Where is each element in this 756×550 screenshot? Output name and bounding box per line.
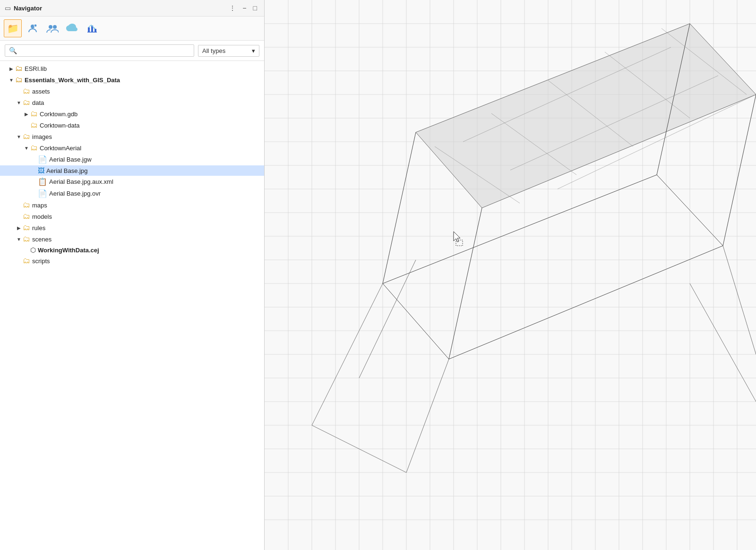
tree-item-aerial-aux-xml[interactable]: 📋 Aerial Base.jpg.aux.xml	[0, 176, 264, 188]
folder-icon: 🗂	[15, 64, 23, 73]
folder-icon: 🗂	[23, 235, 30, 243]
tree-item-esri-lib[interactable]: ▶ 🗂 ESRI.lib	[0, 63, 264, 74]
tree-toggle-data[interactable]: ▼	[15, 99, 23, 106]
tree-label-assets: assets	[32, 88, 50, 95]
tree-toggle-rules[interactable]: ▶	[15, 224, 23, 232]
tree-item-data[interactable]: ▼ 🗂 data	[0, 97, 264, 108]
file-icon: 📄	[38, 189, 47, 198]
tree-label-essentials: Essentials_Work_with_GIS_Data	[25, 77, 120, 84]
folder-icon: 🗂	[30, 144, 38, 152]
tree-label-esri-lib: ESRI.lib	[25, 65, 47, 72]
svg-text:+: +	[34, 25, 35, 27]
navigator-menu-button[interactable]: ⋮	[227, 4, 238, 12]
tree-label-aerial-jpg: Aerial Base.jpg	[46, 167, 87, 174]
tree-label-rules: rules	[32, 224, 45, 232]
toolbar-folder-button[interactable]: 📁	[4, 19, 22, 37]
folder-icon: 🗂	[23, 201, 30, 209]
search-bar: 🔍 All types ▾	[0, 41, 264, 61]
type-filter-label: All types	[202, 47, 249, 54]
scene-icon: ⬡	[30, 246, 36, 254]
tree-item-maps[interactable]: 🗂 maps	[0, 199, 264, 211]
tree-toggle-essentials[interactable]: ▼	[8, 76, 15, 84]
svg-point-3	[49, 25, 52, 29]
folder-icon: 🗂	[23, 223, 30, 232]
folder-icon: 🗂	[23, 87, 30, 95]
tree-item-corktown-gdb[interactable]: ▶ 🗂 Corktown.gdb	[0, 108, 264, 120]
toolbar-cloud-button[interactable]	[63, 19, 81, 37]
tree-toggle-images[interactable]: ▼	[15, 133, 23, 140]
type-filter-arrow: ▾	[252, 47, 255, 54]
tree-label-maps: maps	[32, 202, 47, 209]
svg-rect-5	[88, 27, 90, 32]
toolbar-user-button[interactable]: +	[24, 19, 42, 37]
navigator-header-icon: ▭	[5, 4, 11, 12]
tree-item-essentials[interactable]: ▼ 🗂 Essentials_Work_with_GIS_Data	[0, 74, 264, 86]
tree-item-aerial-ovr[interactable]: 📄 Aerial Base.jpg.ovr	[0, 188, 264, 199]
tree-label-scripts: scripts	[32, 258, 50, 265]
tree-item-aerial-jpg[interactable]: 🖼 Aerial Base.jpg	[0, 165, 264, 176]
tree-label-images: images	[32, 133, 52, 140]
navigator-maximize-button[interactable]: □	[251, 4, 259, 12]
folder-icon: 🗂	[23, 132, 30, 141]
tree-item-corktown-aerial[interactable]: ▼ 🗂 CorktownAerial	[0, 142, 264, 154]
navigator-title: Navigator	[14, 5, 224, 12]
folder-icon: 🗂	[23, 212, 30, 221]
tree-item-scenes[interactable]: ▼ 🗂 scenes	[0, 233, 264, 245]
tree-item-corktown-data[interactable]: 🗂 Corktown-data	[0, 120, 264, 131]
navigator-minimize-button[interactable]: −	[240, 4, 249, 12]
folder-icon: 🗂	[23, 257, 30, 265]
tree-item-images[interactable]: ▼ 🗂 images	[0, 131, 264, 142]
tree-label-aerial-ovr: Aerial Base.jpg.ovr	[49, 190, 101, 197]
search-icon: 🔍	[9, 47, 17, 54]
tree-label-corktown-gdb: Corktown.gdb	[40, 111, 77, 118]
toolbar-group-button[interactable]	[43, 19, 61, 37]
xml-icon: 📋	[38, 177, 47, 186]
folder-icon: 🗂	[15, 76, 23, 84]
search-input[interactable]	[20, 47, 190, 54]
tree-label-data: data	[32, 99, 44, 106]
tree-item-rules[interactable]: ▶ 🗂 rules	[0, 222, 264, 233]
type-filter-dropdown[interactable]: All types ▾	[198, 45, 259, 57]
folder-icon: 🗂	[23, 98, 30, 107]
navigator-header-controls: ⋮ − □	[227, 4, 259, 12]
tree-toggle-scenes[interactable]: ▼	[15, 235, 23, 243]
toolbar-chart-button[interactable]	[83, 19, 101, 37]
viewport[interactable]	[265, 0, 756, 550]
navigator-header: ▭ Navigator ⋮ − □	[0, 0, 264, 17]
tree-toggle-esri-lib[interactable]: ▶	[8, 65, 15, 72]
tree-item-models[interactable]: 🗂 models	[0, 211, 264, 222]
tree-label-aerial-aux-xml: Aerial Base.jpg.aux.xml	[49, 178, 113, 185]
search-input-wrapper[interactable]: 🔍	[5, 44, 194, 57]
tree-label-working-with-data: WorkingWithData.cej	[38, 247, 99, 254]
tree-label-aerial: CorktownAerial	[40, 145, 81, 152]
tree-toggle-aerial[interactable]: ▼	[23, 144, 30, 152]
navigator-toolbar: 📁 +	[0, 17, 264, 41]
svg-point-9	[94, 28, 95, 29]
tree-item-aerial-jgw[interactable]: 📄 Aerial Base.jgw	[0, 154, 264, 165]
tree-container: ▶ 🗂 ESRI.lib ▼ 🗂 Essentials_Work_with_GI…	[0, 61, 264, 550]
tree-label-aerial-jgw: Aerial Base.jgw	[49, 156, 92, 163]
svg-point-4	[53, 25, 57, 29]
folder-icon: 🗂	[30, 121, 38, 129]
folder-icon: 🗂	[30, 110, 38, 118]
navigator-panel: ▭ Navigator ⋮ − □ 📁 +	[0, 0, 265, 550]
grid-viewport	[265, 0, 756, 550]
tree-label-corktown-data: Corktown-data	[40, 122, 80, 129]
tree-toggle-corktown-gdb[interactable]: ▶	[23, 110, 30, 118]
tree-label-models: models	[32, 213, 52, 220]
tree-label-scenes: scenes	[32, 236, 52, 243]
tree-item-working-with-data[interactable]: ⬡ WorkingWithData.cej	[0, 245, 264, 255]
tree-item-scripts[interactable]: 🗂 scripts	[0, 255, 264, 266]
file-icon: 📄	[38, 155, 47, 164]
image-icon: 🖼	[38, 167, 44, 174]
svg-rect-7	[94, 29, 96, 32]
tree-item-assets[interactable]: 🗂 assets	[0, 86, 264, 97]
